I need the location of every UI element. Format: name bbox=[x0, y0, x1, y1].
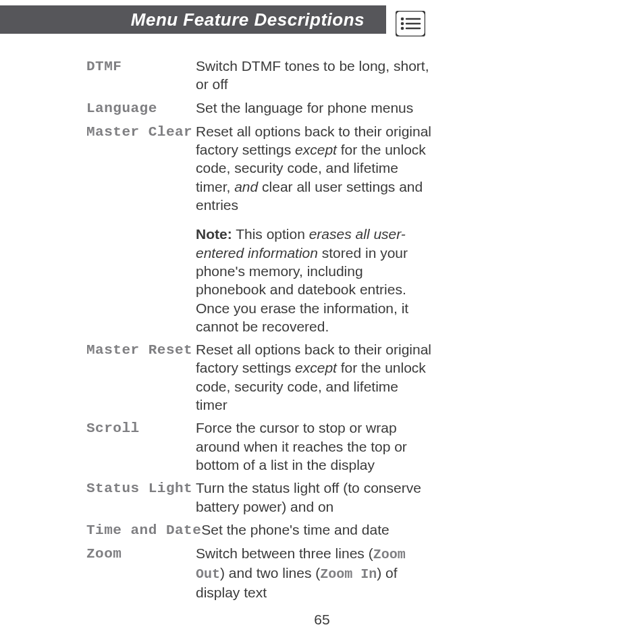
text-italic: and bbox=[234, 179, 258, 194]
row-master-reset: Master Reset Reset all options back to t… bbox=[86, 340, 433, 414]
bullet-list-icon bbox=[396, 11, 425, 36]
desc-status-light: Turn the status light off (to conserve b… bbox=[196, 479, 433, 516]
desc-scroll: Force the cursor to stop or wrap around … bbox=[196, 419, 433, 474]
desc-dtmf: Switch DTMF tones to be long, short, or … bbox=[196, 57, 433, 94]
row-status-light: Status Light Turn the status light off (… bbox=[86, 479, 433, 516]
desc-language: Set the language for phone menus bbox=[196, 99, 433, 117]
zoom-in-label: Zoom In bbox=[320, 566, 377, 582]
row-language: Language Set the language for phone menu… bbox=[86, 99, 433, 117]
desc-time-and-date: Set the phone's time and date bbox=[201, 520, 433, 539]
row-scroll: Scroll Force the cursor to stop or wrap … bbox=[86, 419, 433, 474]
term-empty bbox=[86, 225, 196, 225]
svg-point-3 bbox=[401, 27, 404, 30]
page-title: Menu Feature Descriptions bbox=[131, 9, 365, 30]
page: Menu Feature Descriptions DTMF Switch DT… bbox=[0, 0, 644, 644]
row-dtmf: DTMF Switch DTMF tones to be long, short… bbox=[86, 57, 433, 94]
header-bar: Menu Feature Descriptions bbox=[0, 5, 386, 34]
term-dtmf: DTMF bbox=[86, 57, 196, 76]
term-master-clear: Master Clear bbox=[86, 122, 196, 141]
row-master-clear-note: Note: This option erases all user-entere… bbox=[86, 225, 433, 336]
text-italic: except bbox=[295, 360, 337, 375]
term-master-reset: Master Reset bbox=[86, 340, 196, 359]
term-language: Language bbox=[86, 99, 196, 117]
term-status-light: Status Light bbox=[86, 479, 196, 498]
term-scroll: Scroll bbox=[86, 419, 196, 437]
text-italic: except bbox=[295, 142, 337, 157]
svg-point-1 bbox=[401, 18, 404, 21]
desc-master-clear: Reset all options back to their original… bbox=[196, 122, 433, 214]
page-number: 65 bbox=[0, 612, 644, 628]
term-time-and-date: Time and Date bbox=[86, 520, 201, 539]
text: Switch between three lines ( bbox=[196, 545, 373, 561]
row-time-and-date: Time and Date Set the phone's time and d… bbox=[86, 520, 433, 539]
desc-master-clear-note: Note: This option erases all user-entere… bbox=[196, 225, 433, 336]
row-master-clear: Master Clear Reset all options back to t… bbox=[86, 122, 433, 214]
term-zoom: Zoom bbox=[86, 544, 196, 563]
note-label: Note: bbox=[196, 226, 232, 242]
row-zoom: Zoom Switch between three lines (Zoom Ou… bbox=[86, 544, 433, 601]
text: ) and two lines ( bbox=[220, 565, 320, 581]
desc-zoom: Switch between three lines (Zoom Out) an… bbox=[196, 544, 433, 601]
content-area: DTMF Switch DTMF tones to be long, short… bbox=[0, 57, 433, 601]
desc-master-reset: Reset all options back to their original… bbox=[196, 340, 433, 414]
svg-point-2 bbox=[401, 22, 404, 26]
text: This option bbox=[232, 226, 309, 242]
